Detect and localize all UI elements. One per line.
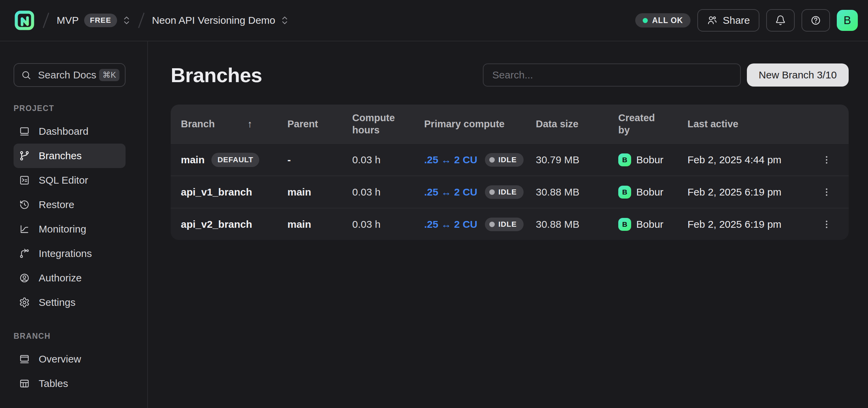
sidebar-item-integrations[interactable]: Integrations <box>14 241 126 266</box>
table-row[interactable]: api_v1_branch main 0.03 h .25 ↔ 2 CU IDL… <box>171 175 849 208</box>
bell-icon <box>775 15 786 26</box>
kebab-menu-icon <box>822 155 832 165</box>
data-size: 30.88 MB <box>536 186 618 198</box>
sidebar-item-restore[interactable]: Restore <box>14 192 126 217</box>
notifications-button[interactable] <box>766 9 795 32</box>
users-icon <box>707 15 718 26</box>
branches-table: Branch ↑ Parent Compute hours Primary co… <box>171 105 849 240</box>
branch-search-input[interactable] <box>483 63 741 87</box>
help-button[interactable] <box>801 9 830 32</box>
compute-hours: 0.03 h <box>352 186 424 198</box>
idle-dot-icon <box>489 222 495 227</box>
question-mark-icon <box>810 15 821 26</box>
creator-name: Bobur <box>636 219 663 230</box>
column-header-primary-compute[interactable]: Primary compute <box>424 118 536 130</box>
column-header-last-active[interactable]: Last active <box>687 118 816 130</box>
compute-hours: 0.03 h <box>352 219 424 230</box>
window-icon <box>19 354 30 365</box>
sidebar-item-sql-editor[interactable]: SQL Editor <box>14 168 126 192</box>
branch-name[interactable]: api_v1_branch <box>181 186 252 198</box>
creator-avatar: B <box>618 153 631 166</box>
compute-state-badge: IDLE <box>485 153 524 167</box>
branch-name[interactable]: api_v2_branch <box>181 219 252 230</box>
compute-state-badge: IDLE <box>485 185 524 199</box>
avatar-initial: B <box>844 14 851 27</box>
project-switcher[interactable]: Neon API Versioning Demo <box>152 15 289 26</box>
header-actions: ALL OK Share B <box>635 9 858 32</box>
creator-name: Bobur <box>636 154 663 166</box>
share-button[interactable]: Share <box>697 9 759 32</box>
section-label-project: PROJECT <box>14 104 147 113</box>
compute-state-badge: IDLE <box>485 218 524 231</box>
column-header-created-by[interactable]: Created by <box>618 112 687 136</box>
app-header: MVP FREE Neon API Versioning Demo ALL OK… <box>0 0 868 41</box>
git-branch-icon <box>19 150 30 161</box>
sidebar-item-label: Authorize <box>39 272 82 284</box>
idle-dot-icon <box>489 157 495 163</box>
kebab-menu-icon <box>822 219 832 229</box>
column-header-compute-hours[interactable]: Compute hours <box>352 112 424 136</box>
sidebar-item-label: Dashboard <box>39 126 89 137</box>
status-badge[interactable]: ALL OK <box>635 13 691 27</box>
compute-range-link[interactable]: .25 ↔ 2 CU <box>424 186 477 198</box>
sidebar-item-label: Tables <box>39 378 68 389</box>
sort-asc-icon[interactable]: ↑ <box>247 118 252 130</box>
user-circle-icon <box>19 273 30 283</box>
compute-range-link[interactable]: .25 ↔ 2 CU <box>424 219 477 230</box>
sidebar-item-label: Restore <box>39 199 74 210</box>
plan-badge: FREE <box>84 14 117 27</box>
chevron-updown-icon <box>281 15 289 26</box>
breadcrumb-separator <box>138 13 145 28</box>
table-row[interactable]: api_v2_branch main 0.03 h .25 ↔ 2 CU IDL… <box>171 208 849 240</box>
sidebar-item-settings[interactable]: Settings <box>14 290 126 315</box>
default-badge: DEFAULT <box>211 153 259 167</box>
sidebar-item-label: Branches <box>39 150 82 162</box>
branch-nav: Overview Tables <box>14 347 147 396</box>
kebab-menu-icon <box>822 187 832 197</box>
column-header-parent[interactable]: Parent <box>287 118 352 130</box>
history-icon <box>19 199 30 210</box>
main-content: Branches New Branch 3/10 Branch ↑ Parent… <box>148 41 868 408</box>
search-docs-label: Search Docs <box>38 69 96 81</box>
integrations-icon <box>19 248 30 259</box>
sidebar-item-dashboard[interactable]: Dashboard <box>14 119 126 144</box>
neon-logo[interactable] <box>14 10 35 31</box>
gear-icon <box>19 297 30 308</box>
project-nav: Dashboard Branches SQL Editor <box>14 119 147 315</box>
last-active: Feb 2, 2025 4:44 pm <box>687 154 816 166</box>
column-header-data-size[interactable]: Data size <box>536 118 618 130</box>
new-branch-button[interactable]: New Branch 3/10 <box>747 63 849 87</box>
compute-range-link[interactable]: .25 ↔ 2 CU <box>424 154 477 166</box>
data-size: 30.79 MB <box>536 154 618 166</box>
branch-name[interactable]: main <box>181 154 205 166</box>
sidebar-item-label: Overview <box>39 353 81 365</box>
org-switcher[interactable]: MVP FREE <box>57 14 131 27</box>
monitoring-chart-icon <box>19 224 30 235</box>
terminal-icon <box>19 175 30 186</box>
dashboard-icon <box>19 126 30 137</box>
sidebar-item-label: SQL Editor <box>39 174 88 186</box>
row-menu-button[interactable] <box>816 214 837 235</box>
user-avatar[interactable]: B <box>837 10 858 31</box>
breadcrumb-separator <box>43 13 49 28</box>
sidebar-item-monitoring[interactable]: Monitoring <box>14 217 126 241</box>
project-name: Neon API Versioning Demo <box>152 15 276 26</box>
sidebar-item-label: Settings <box>39 297 75 308</box>
share-label: Share <box>723 15 750 26</box>
row-menu-button[interactable] <box>816 182 837 202</box>
sidebar-item-authorize[interactable]: Authorize <box>14 266 126 290</box>
compute-hours: 0.03 h <box>352 154 424 166</box>
search-icon <box>21 70 31 80</box>
org-name: MVP <box>57 15 79 26</box>
search-docs-button[interactable]: Search Docs ⌘K <box>14 63 126 87</box>
sidebar-item-overview[interactable]: Overview <box>14 347 126 371</box>
table-row[interactable]: main DEFAULT - 0.03 h .25 ↔ 2 CU IDLE 30… <box>171 143 849 175</box>
row-menu-button[interactable] <box>816 150 837 170</box>
chevron-updown-icon <box>122 15 131 26</box>
page-title: Branches <box>171 63 262 87</box>
sidebar-item-branches[interactable]: Branches <box>14 144 126 168</box>
column-header-branch[interactable]: Branch ↑ <box>181 118 287 130</box>
sidebar-item-tables[interactable]: Tables <box>14 371 126 396</box>
idle-dot-icon <box>489 189 495 195</box>
parent-branch: main <box>287 219 352 230</box>
